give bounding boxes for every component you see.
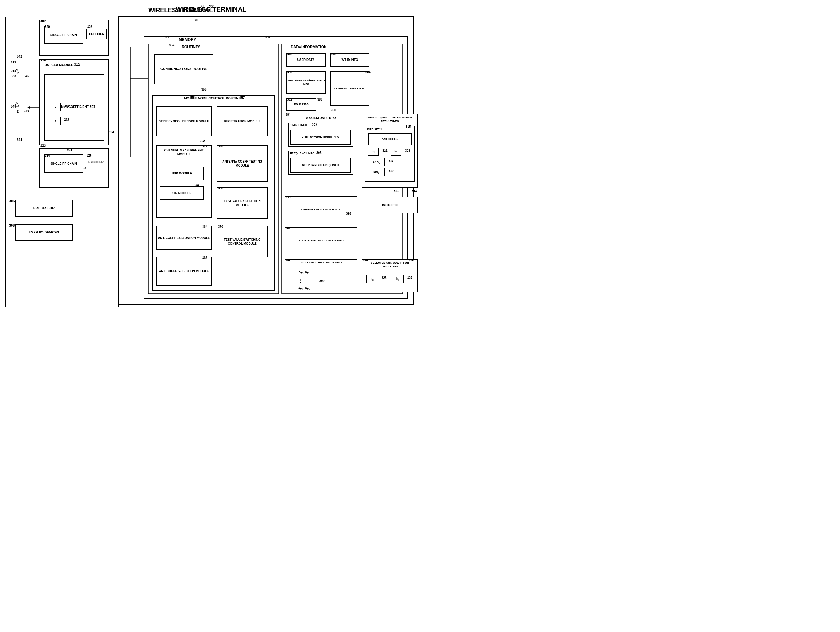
info-set1-ref: 315 <box>406 125 411 128</box>
tx-rf-ref: 324 <box>45 154 50 157</box>
strip-symbol-freq-box: STRIP SYMBOL FREQ. INFO <box>290 158 351 173</box>
sir-label: SIR MODULE <box>172 191 191 195</box>
a1-box: a1 <box>368 148 379 156</box>
registration-label: REGISTRATION MODULE <box>224 119 261 123</box>
ref-356: 356 <box>201 88 207 91</box>
strip-symbol-decode-box: STRIP SYMBOL DECODE MODULE <box>156 106 212 136</box>
ref-309: 309 <box>319 279 325 283</box>
bs-label: bs <box>396 277 400 281</box>
sir1-label: SIR1 <box>373 170 379 174</box>
ref-390: 390 <box>331 108 336 112</box>
sir-box: SIR MODULE <box>160 186 204 200</box>
ref-348: 348 <box>11 104 16 108</box>
decoder-ref: 322 <box>87 25 92 28</box>
ant-coeff-eval-box: ANT. COEFF EVALUATION MODULE <box>156 226 212 250</box>
ref-314: 314 <box>108 130 114 134</box>
ref-327: —327 <box>404 276 412 280</box>
ant-coeff-sel-label: ANT. COEFF SELECTION MODULE <box>159 269 209 273</box>
antenna-1-num: 1 <box>17 71 19 76</box>
selected-ant-coeff-ref: 392 <box>409 258 414 262</box>
a1-label: a1 <box>371 150 374 154</box>
ref-300-label: 300 <box>200 4 205 8</box>
test-val-sel-label: TEST VALUE SELECTION MODULE <box>217 199 267 207</box>
ant-coeff-sel-box: ANT. COEFF SELECTION MODULE <box>156 257 212 286</box>
dots-3: ⋮ <box>400 189 404 195</box>
selected-ant-coeff-label: SELECTED ANT. COEFF. FOR OPERATION <box>364 261 416 268</box>
info-set-n-label: INFO SET N <box>382 204 398 207</box>
sir1-box: SIR1 <box>368 168 385 176</box>
ref-316: 316 <box>11 60 16 63</box>
wt-id-ref: 378 <box>331 52 336 56</box>
ref-313: 313 <box>412 189 417 193</box>
strip-signal-mod-box: STRIP SIGNAL MODULATION INFO <box>285 227 357 254</box>
encoder-label: ENCODER <box>88 160 104 164</box>
strip-symbol-decode-label: STRIP SYMBOL DECODE MODULE <box>159 119 209 123</box>
ant-coeff-eval-label: ANT. COEFF EVALUATION MODULE <box>158 236 210 240</box>
timing-ref-303: 303 <box>312 123 317 126</box>
ant-coeff-info-box: ANT COEFF. <box>368 133 412 145</box>
strip-signal-mod-label: STRIP SIGNAL MODULATION INFO <box>298 239 344 243</box>
diagram: WIRELESS TERMINAL 300 310 WIRELESS TERMI… <box>0 0 420 316</box>
mobile-node-label: MOBILE NODE CONTROL ROUTINES <box>155 96 273 100</box>
ant-coeff-test-ref: 360 <box>218 145 223 148</box>
ref-346: 346 <box>24 74 29 78</box>
at1-bt1-label: aT1, bT1 <box>299 270 310 275</box>
ant-coeff-info-label: ANT COEFF. <box>382 137 398 141</box>
atn-btn-label: aTN, bTN <box>298 286 310 291</box>
strip-symbol-timing-label: STRIP SYMBOL TIMING INFO <box>301 135 339 139</box>
b-coeff-box: b <box>50 117 60 125</box>
a-coeff-box: a <box>50 103 60 111</box>
ref-tx: 304 <box>66 148 72 152</box>
snr-box: SNR MODULE <box>160 167 204 180</box>
routines-ref: 354 <box>169 43 174 47</box>
user-io-box: USER I/O DEVICES <box>15 224 73 241</box>
processor-ref: 306 <box>9 199 14 203</box>
ref-duplex: 328 <box>40 58 46 62</box>
decoder-box: DECODER <box>86 29 107 40</box>
duplex-label: DUPLEX MODULE <box>44 63 74 66</box>
info-set-n-box: INFO SET N <box>362 197 418 213</box>
ant-coeff-test-label: ANTENNA COEFF TESTING MODULE <box>217 160 267 167</box>
channel-meas-outer-box: CHANNEL MEASUREMENT MODULE <box>156 145 212 218</box>
freq-ref-305: 305 <box>316 151 322 155</box>
rx-rf-ref: 320 <box>45 25 50 28</box>
ref-386: 386 <box>317 98 322 101</box>
bs-id-label: BS ID INFO <box>294 103 309 106</box>
ref-338: 338 <box>11 74 16 78</box>
ref-388: 388 <box>363 258 368 262</box>
comms-routine-label: COMMUNICATIONS ROUTINE <box>161 66 207 71</box>
processor-label: PROCESSOR <box>33 206 55 210</box>
current-timing-label: CURRENT TIMING INFO <box>334 87 365 90</box>
timing-info-label: TIMING INFO <box>290 123 307 126</box>
ref-394: 394 <box>286 113 291 116</box>
mobile-node-ref1: 358 <box>189 96 195 100</box>
a-label: a <box>55 106 56 109</box>
encoder-box: ENCODER <box>86 157 106 167</box>
ref-344: 344 <box>17 138 22 141</box>
ref-319: —319 <box>385 169 394 172</box>
as-label: as <box>371 277 374 281</box>
ref-340: 340 <box>24 109 29 113</box>
as-box: as <box>366 275 378 283</box>
ref-334: —334 <box>61 104 69 108</box>
ref-321: —321 <box>379 149 388 152</box>
user-data-ref: 376 <box>287 52 292 56</box>
dots-1: ⋮ <box>298 279 303 283</box>
user-data-label: USER DATA <box>297 58 315 62</box>
device-session-label: DEVICE/SESSION/RESOURCE INFO <box>286 79 325 86</box>
tx-rf-chain-label: SINGLE RF CHAIN <box>50 162 77 166</box>
info-set1-label: INFO SET 1 <box>367 128 382 131</box>
device-session-box: DEVICE/SESSION/RESOURCE INFO <box>286 71 325 94</box>
ref-312: 312 <box>74 63 80 66</box>
strip-signal-msg-box: STRIP SIGNAL MESSAGE INFO <box>285 196 357 223</box>
user-io-label: USER I/O DEVICES <box>29 230 59 234</box>
comms-routine-box: COMMUNICATIONS ROUTINE <box>155 54 213 84</box>
test-val-sel-ref: 368 <box>218 186 223 190</box>
ref-362: 362 <box>200 139 205 143</box>
ref-398: 398 <box>346 212 351 215</box>
b-label: b <box>54 119 56 123</box>
ant-coeff-eval-ref: 364 <box>202 225 207 228</box>
memory-label: MEMORY <box>178 37 196 42</box>
system-data-label: SYSTEM DATA/INFO <box>287 116 355 120</box>
ref-317: —317 <box>385 159 394 163</box>
